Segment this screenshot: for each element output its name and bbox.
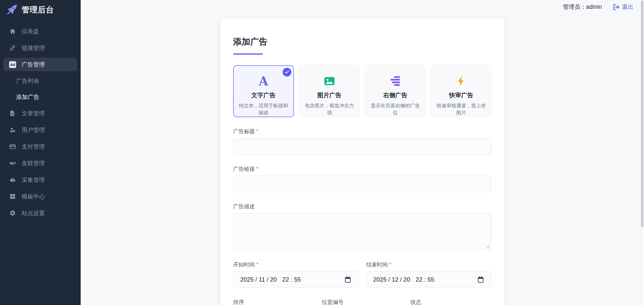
sidebar-item-friend-links[interactable]: 友联管理	[4, 157, 77, 170]
ad-type-desc: 纯文本，适用于标题和描述	[237, 102, 290, 116]
ad-description-field: 广告描述	[233, 203, 492, 250]
start-time-label: 开始时间 *	[233, 261, 359, 268]
ad-description-textarea[interactable]	[233, 213, 492, 250]
sidebar-item-label: 采集管理	[22, 176, 45, 184]
top-bar: 管理员： admin 退出	[563, 3, 633, 11]
vertical-scrollbar[interactable]	[640, 0, 644, 305]
ad-title-label: 广告标题 *	[233, 128, 492, 135]
sidebar-item-label: 友联管理	[22, 159, 45, 167]
sidebar-item-label: 广告管理	[22, 61, 45, 69]
sidebar-item-links[interactable]: 链接管理	[4, 41, 77, 54]
position-field: 位置编号 0	[322, 298, 403, 305]
sort-label: 排序	[233, 298, 314, 305]
document-icon	[9, 110, 16, 117]
start-time-input[interactable]: 2025 / 11 / 20 22 : 55	[233, 271, 359, 288]
gear-icon	[9, 210, 16, 217]
link-icon	[9, 44, 16, 51]
ad-title-field: 广告标题 *	[233, 128, 492, 155]
status-label: 状态	[410, 298, 492, 305]
ad-link-field: 广告链接 *	[233, 165, 492, 192]
bolt-icon	[435, 75, 488, 88]
text-ad-icon: A	[237, 75, 290, 88]
admin-label: 管理员：	[563, 3, 586, 11]
ad-type-selector: A 文字广告 纯文本，适用于标题和描述 图片广告 包含图片，视觉冲击力强	[233, 65, 492, 117]
title-underline	[233, 53, 263, 55]
sidebar-item-settings[interactable]: 站点设置	[4, 207, 77, 220]
ad-type-name: 文字广告	[237, 91, 290, 99]
end-time-input[interactable]: 2025 / 12 / 20 22 : 55	[366, 271, 492, 288]
ad-type-desc: 快速审核通道，需上传图片	[435, 102, 488, 116]
page-title: 添加广告	[233, 36, 492, 48]
sidebar-item-add-ad[interactable]: 添加广告	[4, 91, 77, 103]
admin-info: 管理员： admin	[563, 3, 602, 11]
datetime-value: 2025 / 11 / 20 22 : 55	[240, 276, 301, 283]
sidebar-item-dashboard[interactable]: 仪表盘	[4, 25, 77, 38]
status-field: 状态 启用	[410, 298, 492, 305]
required-mark: *	[389, 261, 391, 268]
ad-type-image[interactable]: 图片广告 包含图片，视觉冲击力强	[299, 65, 360, 117]
ad-type-fast-review[interactable]: 快审广告 快速审核通道，需上传图片	[431, 65, 492, 117]
sidebar-nav: 仪表盘 链接管理 Ad 广告管理 广告列表 添加广告	[0, 25, 81, 220]
sign-out-icon	[613, 4, 620, 10]
ad-type-desc: 显示在页面右侧的广告位	[369, 102, 422, 116]
logout-button[interactable]: 退出	[613, 3, 633, 11]
sidebar-item-label: 站点设置	[22, 209, 45, 217]
selected-check-badge	[283, 68, 291, 77]
image-icon	[303, 75, 356, 88]
sidebar-item-label: 模板中心	[22, 193, 45, 200]
start-time-field: 开始时间 * 2025 / 11 / 20 22 : 55	[233, 261, 359, 288]
datetime-value: 2025 / 12 / 20 22 : 55	[373, 276, 434, 283]
sidebar-item-users[interactable]: 用户管理	[4, 123, 77, 137]
options-row: 排序 0 位置编号 0	[233, 298, 492, 305]
cloud-download-icon	[9, 176, 16, 183]
align-right-icon	[369, 75, 422, 88]
sidebar-item-payments[interactable]: 支付管理	[4, 140, 77, 153]
time-row: 开始时间 * 2025 / 11 / 20 22 : 55 结	[233, 261, 492, 288]
calendar-icon[interactable]	[344, 276, 352, 283]
app-logo: 管理后台	[0, 0, 81, 19]
app-title: 管理后台	[22, 5, 54, 15]
ad-title-input[interactable]	[233, 138, 492, 155]
sidebar-item-collection[interactable]: 采集管理	[4, 173, 77, 186]
ad-icon: Ad	[9, 61, 16, 68]
end-time-label: 结束时间 *	[366, 261, 492, 268]
sidebar-subitem-label: 广告列表	[16, 77, 39, 85]
sidebar-item-label: 仪表盘	[22, 27, 39, 35]
check-icon	[285, 70, 289, 75]
ad-description-label: 广告描述	[233, 203, 492, 210]
required-mark: *	[256, 166, 258, 172]
calendar-icon[interactable]	[477, 276, 484, 283]
add-ad-card: 添加广告 A 文字广告 纯文本，适用于标题和描述 图片广告 包含图片，视觉冲击力…	[221, 18, 504, 305]
sort-field: 排序 0	[233, 298, 314, 305]
resize-handle[interactable]	[486, 245, 490, 249]
ad-type-desc: 包含图片，视觉冲击力强	[303, 102, 356, 116]
logout-label: 退出	[622, 3, 633, 11]
home-icon	[9, 28, 16, 35]
sidebar-item-ads[interactable]: Ad 广告管理	[4, 58, 77, 71]
sidebar-item-label: 文章管理	[22, 110, 45, 117]
ad-link-label: 广告链接 *	[233, 165, 492, 173]
required-mark: *	[256, 128, 258, 134]
handshake-icon	[9, 160, 16, 167]
ad-type-text[interactable]: A 文字广告 纯文本，适用于标题和描述	[233, 65, 294, 117]
ad-type-name: 右侧广告	[369, 91, 422, 99]
sidebar-item-articles[interactable]: 文章管理	[4, 107, 77, 120]
rocket-icon	[6, 4, 18, 16]
grid-icon	[9, 193, 16, 200]
admin-name: admin	[586, 4, 602, 10]
ad-link-input[interactable]	[233, 176, 492, 192]
ad-type-name: 图片广告	[303, 91, 356, 99]
required-mark: *	[256, 261, 258, 268]
ad-type-right-side[interactable]: 右侧广告 显示在页面右侧的广告位	[365, 65, 426, 117]
sidebar-item-label: 链接管理	[22, 44, 45, 52]
sidebar-item-templates[interactable]: 模板中心	[4, 190, 77, 203]
users-gear-icon	[9, 126, 16, 133]
sidebar-subitem-label: 添加广告	[16, 93, 39, 101]
sidebar-item-ad-list[interactable]: 广告列表	[4, 75, 77, 87]
ad-type-name: 快审广告	[435, 91, 488, 99]
sidebar-item-label: 用户管理	[22, 126, 45, 134]
sidebar: 管理后台 仪表盘 链接管理 Ad 广告管理	[0, 0, 81, 305]
sidebar-item-label: 支付管理	[22, 143, 45, 151]
scrollbar-thumb[interactable]	[641, 1, 643, 227]
end-time-field: 结束时间 * 2025 / 12 / 20 22 : 55	[366, 261, 492, 288]
